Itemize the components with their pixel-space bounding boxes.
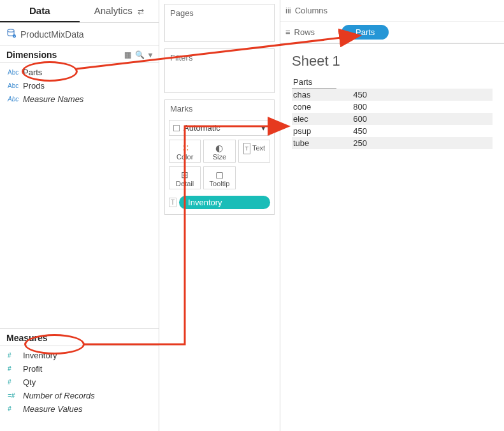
table-row[interactable]: cone800 xyxy=(292,101,493,113)
pages-label: Pages xyxy=(165,4,274,22)
number-icon: # xyxy=(8,365,23,372)
measure-field-profit[interactable]: #Profit xyxy=(0,362,159,376)
inventory-pill[interactable]: Inventory xyxy=(179,196,270,209)
marks-size-button[interactable]: ◐ Size xyxy=(203,140,235,163)
abc-icon: Abc xyxy=(8,69,23,76)
table-row[interactable]: chas450 xyxy=(292,89,493,101)
number-icon: # xyxy=(8,352,23,359)
chevron-down-icon: ▾ xyxy=(261,123,266,133)
sidebar-tabs: Data Analytics ⇄ xyxy=(0,0,159,23)
abc-icon: Abc xyxy=(8,96,23,103)
sheet-area: Sheet 1 Parts chas450cone800elec600psup4… xyxy=(280,44,504,158)
marks-text-label: Text xyxy=(252,144,265,152)
measure-field-inventory[interactable]: #Inventory xyxy=(0,349,159,362)
measure-field-measure-values[interactable]: #Measure Values xyxy=(0,402,159,416)
tab-data[interactable]: Data xyxy=(0,0,80,22)
annotation-ellipse-inventory xyxy=(24,334,85,354)
row-value: 800 xyxy=(336,101,368,113)
column-header-parts[interactable]: Parts xyxy=(292,76,336,89)
measure-field-qty[interactable]: #Qty xyxy=(0,376,159,389)
menu-dropdown-icon[interactable]: ▾ xyxy=(148,50,152,59)
marktype-icon xyxy=(173,125,180,131)
table-row[interactable]: psup450 xyxy=(292,125,493,137)
marks-label: Marks xyxy=(165,100,274,117)
filters-card[interactable]: Filters xyxy=(164,48,275,93)
row-label: tube xyxy=(292,137,336,149)
view-list-icon[interactable]: ▦ xyxy=(124,50,131,59)
table-row[interactable]: elec600 xyxy=(292,113,493,125)
color-icon: ∷ xyxy=(169,143,200,153)
field-label: Measure Values xyxy=(23,404,82,414)
text-icon: T xyxy=(243,143,251,154)
cards-column: Pages Filters Marks Automatic ▾ ∷ Color … xyxy=(159,0,280,431)
data-table: Parts chas450cone800elec600psup450tube25… xyxy=(292,76,493,149)
field-label: Qty xyxy=(23,377,36,387)
measure-field-number-of-records[interactable]: =#Number of Records xyxy=(0,389,159,402)
annotation-ellipse-parts xyxy=(22,61,78,82)
sheet-title[interactable]: Sheet 1 xyxy=(292,53,493,69)
columns-icon: iii xyxy=(285,6,291,15)
datasource-row[interactable]: ProductMixData xyxy=(0,23,159,46)
detail-icon: ⊞ xyxy=(169,170,200,180)
row-label: elec xyxy=(292,113,336,125)
dimension-field-prods[interactable]: AbcProds xyxy=(0,79,159,92)
search-icon[interactable]: 🔍 xyxy=(135,50,145,59)
dimensions-label: Dimensions xyxy=(6,50,57,60)
tab-analytics[interactable]: Analytics ⇄ xyxy=(80,0,159,22)
field-label: Number of Records xyxy=(23,391,95,400)
datasource-icon xyxy=(6,28,17,40)
row-label: cone xyxy=(292,101,336,113)
swap-icon: ⇄ xyxy=(138,7,144,16)
size-icon: ◐ xyxy=(204,143,234,153)
tooltip-icon: ▢ xyxy=(204,170,234,180)
marks-tooltip-button[interactable]: ▢ Tooltip xyxy=(203,166,235,189)
marktype-selector[interactable]: Automatic ▾ xyxy=(169,120,270,136)
field-label: Measure Names xyxy=(23,94,83,104)
marks-card: Marks Automatic ▾ ∷ Color ◐ Size T xyxy=(164,99,275,215)
shelves: iii Columns ≡ Rows Parts xyxy=(280,0,504,44)
table-row[interactable]: tube250 xyxy=(292,137,493,149)
text-pill-icon: T xyxy=(169,198,176,207)
row-value: 600 xyxy=(336,113,368,125)
rows-label: Rows xyxy=(294,27,315,37)
field-label: Profit xyxy=(23,364,42,374)
data-pane: Data Analytics ⇄ ProductMixData Dimensio… xyxy=(0,0,159,431)
marks-text-button[interactable]: T Text xyxy=(238,140,270,163)
dimensions-header: Dimensions ▦ 🔍 ▾ xyxy=(0,46,159,63)
number-icon: # xyxy=(8,405,23,413)
tab-analytics-label: Analytics xyxy=(94,5,133,16)
row-value: 250 xyxy=(336,137,368,149)
row-value: 450 xyxy=(336,89,368,101)
marks-detail-label: Detail xyxy=(176,180,194,187)
datasource-name: ProductMixData xyxy=(20,29,84,40)
row-label: psup xyxy=(292,125,336,137)
row-label: chas xyxy=(292,89,336,101)
marks-detail-button[interactable]: ⊞ Detail xyxy=(169,166,201,189)
marktype-label: Automatic xyxy=(184,123,220,133)
parts-pill[interactable]: Parts xyxy=(342,25,389,40)
number-icon: # xyxy=(8,379,23,386)
row-value: 450 xyxy=(336,125,368,137)
marks-color-button[interactable]: ∷ Color xyxy=(169,140,201,163)
columns-shelf[interactable]: iii Columns xyxy=(280,0,504,22)
number-icon: =# xyxy=(8,392,23,399)
filters-label: Filters xyxy=(165,49,274,66)
dimension-field-measure-names[interactable]: AbcMeasure Names xyxy=(0,92,159,106)
measures-list: #Inventory#Profit#Qty=#Number of Records… xyxy=(0,346,159,418)
marks-text-pill-row: T Inventory xyxy=(165,193,274,214)
pages-card[interactable]: Pages xyxy=(164,4,275,42)
rows-icon: ≡ xyxy=(285,27,291,37)
columns-label: Columns xyxy=(295,6,328,15)
svg-point-0 xyxy=(8,29,14,32)
worksheet-view: iii Columns ≡ Rows Parts Sheet 1 Parts c… xyxy=(280,0,504,431)
field-label: Prods xyxy=(23,81,45,91)
marks-tooltip-label: Tooltip xyxy=(210,180,230,187)
marks-size-label: Size xyxy=(213,153,226,161)
svg-point-1 xyxy=(13,34,16,38)
abc-icon: Abc xyxy=(8,82,23,89)
marks-color-label: Color xyxy=(176,153,193,161)
rows-shelf[interactable]: ≡ Rows Parts xyxy=(280,22,504,43)
